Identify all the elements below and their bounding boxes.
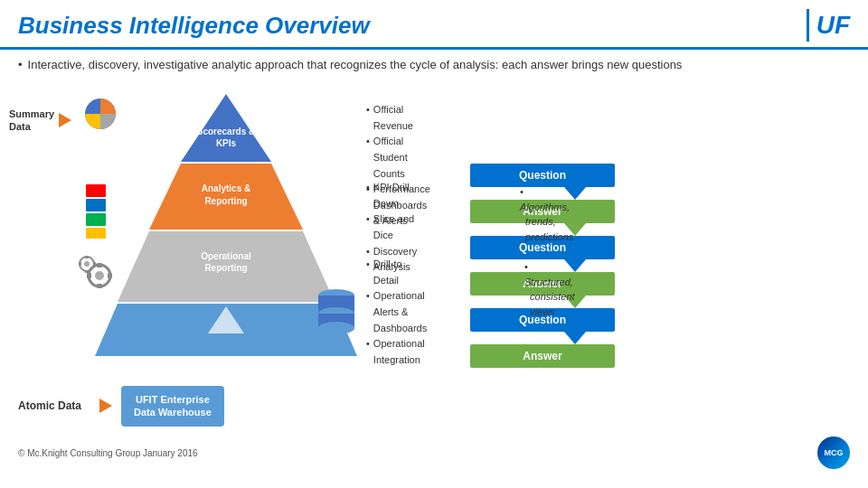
mcg-circle-icon: MCG (817, 436, 850, 469)
svg-rect-27 (93, 262, 96, 266)
q3-arrow (564, 332, 586, 344)
svg-rect-18 (97, 263, 102, 267)
svg-text:Reporting: Reporting (204, 196, 247, 206)
copyright-text: © Mc.Knight Consulting Group January 201… (18, 448, 198, 458)
svg-rect-20 (87, 273, 91, 278)
answer-box-3: Answer (470, 344, 615, 368)
bullet-symbol: • (18, 57, 23, 73)
svg-point-32 (318, 322, 354, 334)
page-title: Business Intelligence Overview (18, 12, 370, 40)
subtitle-text: Interactive, discovery, investigative an… (28, 57, 683, 73)
svg-text:Analytics &: Analytics & (202, 183, 250, 193)
consist-text: consistent (524, 291, 575, 302)
database-icon (316, 288, 357, 342)
svg-text:Reporting: Reporting (204, 263, 247, 273)
alg-text: Algorithms, (520, 202, 570, 212)
summary-arrow (59, 113, 71, 127)
answer-text-3: Answer (523, 350, 561, 362)
summary-data-label: SummaryData (9, 108, 71, 134)
atomic-data-row: Atomic Data UFIT Enterprise Data Warehou… (9, 379, 425, 427)
ufit-button[interactable]: UFIT Enterprise Data Warehouse (121, 386, 224, 427)
ufit-line1: UFIT Enterprise (136, 394, 210, 405)
svg-rect-12 (86, 184, 106, 197)
sc-bullet-1: Official Revenue (373, 102, 430, 134)
main-content: SummaryData (0, 80, 868, 433)
logo-divider (807, 9, 809, 42)
an-bullet-1: KPI Drill Down (373, 180, 425, 211)
uf-logo: UF (816, 11, 850, 40)
an-bullet-2: Slice and Dice (373, 211, 425, 243)
svg-point-23 (84, 261, 90, 267)
logo-area: UF (807, 9, 850, 42)
svg-rect-24 (85, 256, 89, 258)
pyramid-area: SummaryData (9, 89, 425, 379)
analytics-right-bullets: • Algorithms, trends, predictions (520, 184, 573, 244)
mcg-text: MCG (825, 448, 844, 457)
svg-rect-26 (79, 262, 81, 266)
pred-text: predictions (520, 231, 573, 242)
operational-bullets: •Drill-to Detail •Operational Alerts & D… (366, 257, 427, 368)
question-text-1: Question (519, 169, 566, 182)
sc-bullet-2: Official Student Counts (373, 134, 430, 182)
header: Business Intelligence Overview UF (0, 0, 868, 50)
svg-rect-15 (86, 228, 106, 239)
svg-rect-25 (85, 270, 89, 273)
mcg-logo: MCG (817, 436, 850, 469)
svg-point-17 (95, 271, 104, 280)
svg-rect-13 (86, 199, 106, 211)
atomic-data-label: Atomic Data (18, 399, 90, 412)
left-section: SummaryData (9, 80, 425, 433)
subtitle-bullet: • Interactive, discovery, investigative … (18, 57, 850, 73)
svg-rect-14 (86, 213, 106, 226)
struct-text: Structured, (524, 277, 573, 287)
colored-blocks-icon (86, 184, 106, 242)
atomic-arrow (99, 399, 112, 413)
subtitle: • Interactive, discovery, investigative … (0, 50, 868, 80)
op-bullet-2: Operational Alerts & Dashboards (373, 288, 427, 336)
op-bullet-3: Operational Integration (373, 336, 427, 368)
svg-text:KPIs: KPIs (216, 138, 237, 148)
trends-text: trends, (520, 216, 556, 227)
svg-text:Operational: Operational (201, 251, 251, 261)
op-bullet-1: Drill-to Detail (373, 257, 427, 288)
qa-block-6: Answer (434, 344, 615, 368)
svg-text:Scorecards &: Scorecards & (197, 127, 255, 136)
operational-right-bullets: • Structured, consistent views (524, 259, 575, 319)
svg-rect-19 (97, 284, 102, 288)
summary-data-text: SummaryData (9, 108, 54, 134)
ufit-line2: Data Warehouse (134, 407, 212, 418)
svg-rect-21 (108, 273, 112, 278)
gear-icon (74, 250, 119, 299)
right-section: Question Answer Question Answer (434, 80, 615, 433)
views-text: views (524, 306, 555, 317)
footer: © Mc.Knight Consulting Group January 201… (0, 433, 868, 473)
